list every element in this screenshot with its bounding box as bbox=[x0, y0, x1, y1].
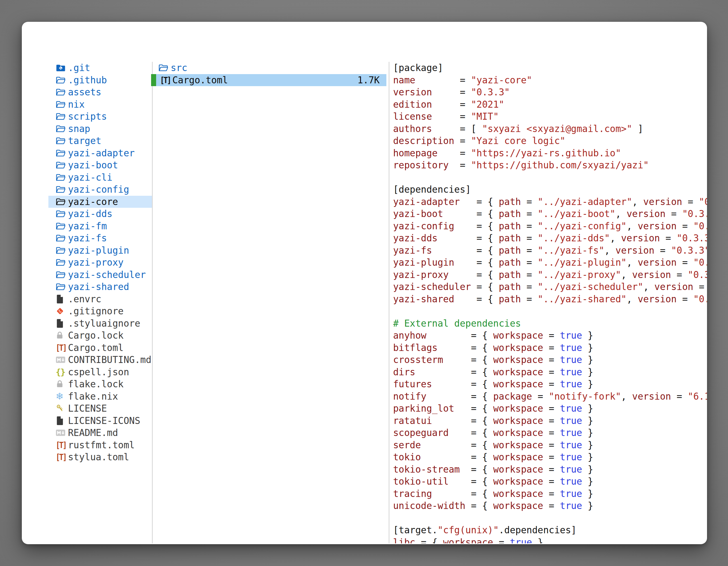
folder-icon bbox=[56, 173, 68, 182]
file-row[interactable]: .envrc bbox=[48, 293, 152, 305]
preview-line: yazi-proxy = { path = "../yazi-proxy", v… bbox=[393, 269, 707, 281]
dir-row[interactable]: yazi-cli bbox=[48, 172, 152, 184]
entry-name: target bbox=[68, 135, 101, 147]
preview-line: edition = "2021" bbox=[393, 98, 707, 111]
folder-icon bbox=[56, 283, 68, 291]
preview-line: authors = [ "sxyazi <sxyazi@gmail.com>" … bbox=[393, 123, 707, 135]
dir-row[interactable]: yazi-fs bbox=[48, 232, 152, 245]
entry-name: Cargo.toml bbox=[68, 342, 124, 354]
preview-line: yazi-shared = { path = "../yazi-shared",… bbox=[393, 293, 707, 305]
dir-row[interactable]: yazi-proxy bbox=[48, 257, 152, 269]
lock-icon bbox=[56, 331, 68, 340]
entry-name: yazi-boot bbox=[68, 159, 118, 172]
entry-name: nix bbox=[68, 98, 85, 111]
file-row[interactable]: CONTRIBUTING.md bbox=[48, 354, 152, 366]
entry-name: rustfmt.toml bbox=[68, 439, 135, 451]
dir-row[interactable]: yazi-scheduler bbox=[48, 269, 152, 281]
lock-icon bbox=[56, 380, 68, 388]
entry-name: yazi-cli bbox=[68, 172, 112, 184]
dir-row[interactable]: target bbox=[48, 135, 152, 147]
yazi-file-manager-window: .git.githubassetsnixscriptssnaptargetyaz… bbox=[22, 22, 707, 544]
preview-line: [dependencies] bbox=[393, 184, 707, 196]
file-icon bbox=[56, 416, 68, 425]
entry-name: yazi-dds bbox=[68, 208, 112, 220]
file-icon bbox=[56, 319, 68, 328]
dir-row[interactable]: .github bbox=[48, 74, 152, 86]
dir-row[interactable]: yazi-boot bbox=[48, 159, 152, 172]
preview-line: dirs = { workspace = true } bbox=[393, 366, 707, 378]
folder-icon bbox=[56, 137, 68, 145]
dir-row[interactable]: nix bbox=[48, 98, 152, 111]
preview-line: serde = { workspace = true } bbox=[393, 439, 707, 451]
file-row[interactable]: .styluaignore bbox=[48, 317, 152, 330]
entry-name: yazi-adapter bbox=[68, 147, 135, 159]
file-row[interactable]: {}cspell.json bbox=[48, 366, 152, 378]
preview-line: libc = { workspace = true } bbox=[393, 536, 707, 544]
dir-row[interactable]: yazi-dds bbox=[48, 208, 152, 220]
entry-name: .envrc bbox=[68, 293, 101, 305]
dir-row[interactable]: yazi-plugin bbox=[48, 245, 152, 257]
folder-icon bbox=[56, 258, 68, 267]
git-icon bbox=[56, 307, 68, 315]
entry-name: .styluaignore bbox=[68, 317, 140, 330]
entry-name: Cargo.toml bbox=[172, 74, 228, 86]
file-row[interactable]: LICENSE-ICONS bbox=[48, 415, 152, 427]
preview-line: crossterm = { workspace = true } bbox=[393, 354, 707, 366]
entry-size: 1.7K bbox=[358, 74, 386, 86]
entry-name: yazi-core bbox=[68, 196, 118, 208]
preview-line: yazi-dds = { path = "../yazi-dds", versi… bbox=[393, 232, 707, 245]
dir-row[interactable]: yazi-shared bbox=[48, 281, 152, 293]
preview-line: tokio = { workspace = true } bbox=[393, 451, 707, 463]
folder-icon bbox=[56, 112, 68, 121]
entry-name: .gitignore bbox=[68, 305, 124, 317]
entry-name: Cargo.lock bbox=[68, 329, 124, 342]
entry-name: scripts bbox=[68, 111, 107, 123]
toml-icon: [T] bbox=[56, 342, 68, 354]
file-row[interactable]: LICENSE bbox=[48, 402, 152, 415]
file-row[interactable]: [T]Cargo.toml bbox=[48, 342, 152, 354]
preview-line: scopeguard = { workspace = true } bbox=[393, 427, 707, 439]
file-row[interactable]: [T]Cargo.toml1.7K bbox=[151, 74, 386, 86]
file-row[interactable]: ❄flake.nix bbox=[48, 390, 152, 403]
toml-icon: [T] bbox=[56, 439, 68, 451]
entry-name: flake.nix bbox=[68, 390, 118, 403]
preview-line: [package] bbox=[393, 62, 707, 74]
preview-pane[interactable]: [package]name = "yazi-core"version = "0.… bbox=[393, 62, 707, 543]
folder-icon bbox=[158, 64, 171, 72]
folder-icon bbox=[56, 234, 68, 243]
entry-name: src bbox=[171, 62, 187, 74]
entry-name: flake.lock bbox=[68, 378, 124, 390]
toml-icon: [T] bbox=[56, 451, 68, 463]
folder-icon bbox=[56, 222, 68, 231]
dir-row[interactable]: yazi-fm bbox=[48, 220, 152, 233]
key-icon bbox=[56, 404, 68, 413]
folder-icon bbox=[56, 76, 68, 85]
file-row[interactable]: [T]stylua.toml bbox=[48, 451, 152, 463]
preview-line: anyhow = { workspace = true } bbox=[393, 329, 707, 342]
dir-row[interactable]: yazi-adapter bbox=[48, 147, 152, 159]
dir-row[interactable]: .git bbox=[48, 62, 152, 74]
folder-icon bbox=[56, 271, 68, 279]
dir-row[interactable]: yazi-core bbox=[48, 196, 152, 208]
pane-divider-right bbox=[389, 62, 389, 543]
file-row[interactable]: [T]rustfmt.toml bbox=[48, 439, 152, 451]
preview-line: yazi-config = { path = "../yazi-config",… bbox=[393, 220, 707, 233]
dir-row[interactable]: yazi-config bbox=[48, 184, 152, 196]
entry-name: yazi-scheduler bbox=[68, 269, 146, 281]
dir-row[interactable]: assets bbox=[48, 86, 152, 98]
markdown-icon bbox=[56, 356, 68, 363]
entry-name: yazi-shared bbox=[68, 281, 129, 293]
folder-icon bbox=[56, 246, 68, 255]
file-row[interactable]: flake.lock bbox=[48, 378, 152, 390]
dir-row[interactable]: snap bbox=[48, 123, 152, 135]
dir-row[interactable]: src bbox=[151, 62, 386, 74]
preview-line: unicode-width = { workspace = true } bbox=[393, 500, 707, 512]
file-row[interactable]: .gitignore bbox=[48, 305, 152, 317]
preview-line: homepage = "https://yazi-rs.github.io" bbox=[393, 147, 707, 159]
dir-row[interactable]: scripts bbox=[48, 111, 152, 123]
file-row[interactable]: README.md bbox=[48, 427, 152, 439]
preview-line: yazi-plugin = { path = "../yazi-plugin",… bbox=[393, 257, 707, 269]
folder-icon bbox=[56, 125, 68, 133]
entry-name: yazi-plugin bbox=[68, 245, 129, 257]
file-row[interactable]: Cargo.lock bbox=[48, 329, 152, 342]
